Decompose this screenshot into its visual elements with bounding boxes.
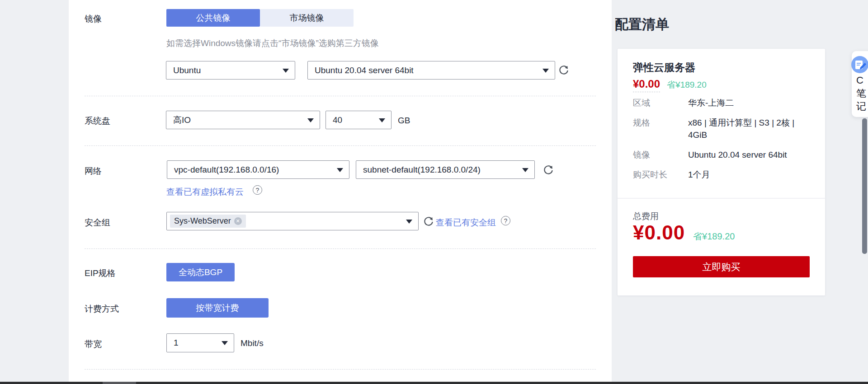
eip-type-option-button[interactable]: 全动态BGP (166, 263, 235, 281)
detail-label: 区域 (633, 97, 688, 109)
vertical-scrollbar-thumb[interactable] (862, 118, 867, 254)
section-divider (85, 96, 596, 96)
os-select-value: Ubuntu (173, 66, 201, 75)
total-savings: 省¥189.20 (693, 230, 735, 243)
vpc-select[interactable]: vpc-default(192.168.0.0/16) (167, 160, 349, 179)
summary-title: 配置清单 (615, 15, 669, 34)
billing-mode-option-button[interactable]: 按带宽计费 (166, 298, 269, 318)
security-group-tag-label: Sys-WebServer (174, 216, 231, 226)
detail-label: 购买时长 (633, 169, 688, 181)
disk-size-value: 40 (333, 115, 342, 125)
side-widget-text: 笔 (856, 87, 868, 100)
bandwidth-size-select[interactable]: 1 (166, 333, 234, 352)
total-fee-row: ¥0.00 省¥189.20 (633, 221, 735, 244)
chevron-down-icon (406, 220, 412, 224)
horizontal-scrollbar-thumb[interactable] (103, 382, 136, 384)
image-row-label: 镜像 (85, 13, 102, 25)
view-vpc-link[interactable]: 查看已有虚拟私有云 (166, 186, 244, 198)
product-price-row: ¥0.00 省¥189.20 (633, 78, 707, 92)
os-select[interactable]: Ubuntu (166, 61, 295, 80)
product-name: 弹性云服务器 (633, 61, 695, 75)
refresh-security-group-icon[interactable] (423, 216, 434, 227)
detail-row-image: 镜像 Ubuntu 20.04 server 64bit (633, 149, 808, 161)
image-version-value: Ubuntu 20.04 server 64bit (315, 66, 414, 75)
question-glyph: ? (256, 187, 259, 194)
disk-type-select[interactable]: 高IO (166, 111, 320, 129)
total-price: ¥0.00 (633, 221, 685, 244)
remove-tag-icon[interactable]: ✕ (234, 217, 242, 225)
product-price: ¥0.00 (633, 78, 660, 92)
network-row-label: 网络 (85, 165, 102, 177)
chevron-down-icon (522, 168, 528, 172)
tab-public-image[interactable]: 公共镜像 (166, 9, 260, 27)
summary-details: 区域 华东-上海二 规格 x86 | 通用计算型 | S3 | 2核 | 4Gi… (633, 97, 808, 188)
config-form-panel: 镜像 公共镜像 市场镜像 如需选择Windows镜像请点击“市场镜像”选购第三方… (69, 0, 612, 384)
detail-row-duration: 购买时长 1个月 (633, 169, 808, 181)
section-divider (85, 248, 596, 249)
chevron-down-icon (283, 69, 289, 73)
refresh-image-list-icon[interactable] (558, 65, 569, 76)
close-glyph: ✕ (236, 218, 240, 224)
detail-label: 规格 (633, 117, 688, 141)
security-group-help-icon[interactable]: ? (501, 216, 510, 225)
detail-row-flavor: 规格 x86 | 通用计算型 | S3 | 2核 | 4GiB (633, 117, 808, 141)
vpc-select-value: vpc-default(192.168.0.0/16) (174, 165, 279, 175)
section-divider (85, 145, 596, 146)
buy-now-button[interactable]: 立即购买 (633, 256, 810, 277)
product-savings: 省¥189.20 (667, 79, 707, 91)
image-version-select[interactable]: Ubuntu 20.04 server 64bit (307, 61, 555, 80)
side-widget-text: 记 (856, 100, 868, 113)
detail-value: 华东-上海二 (688, 97, 808, 109)
detail-value: Ubuntu 20.04 server 64bit (688, 149, 808, 161)
chevron-down-icon (542, 69, 549, 73)
chevron-down-icon (307, 118, 314, 122)
side-widget-text: C (856, 74, 868, 87)
card-divider (618, 198, 825, 199)
security-group-tag: Sys-WebServer ✕ (170, 215, 246, 228)
security-group-select[interactable]: Sys-WebServer ✕ (166, 212, 419, 230)
security-group-row-label: 安全组 (85, 217, 110, 229)
chevron-down-icon (337, 168, 343, 172)
view-security-groups-link[interactable]: 查看已有安全组 (436, 217, 496, 229)
detail-row-region: 区域 华东-上海二 (633, 97, 808, 109)
bandwidth-size-value: 1 (174, 338, 179, 348)
disk-type-value: 高IO (173, 114, 191, 126)
disk-size-unit: GB (398, 116, 410, 126)
total-fee-label: 总费用 (633, 211, 659, 222)
question-glyph: ? (504, 217, 508, 225)
horizontal-scrollbar-track[interactable] (0, 382, 868, 384)
subnet-select-value: subnet-default(192.168.0.0/24) (363, 165, 481, 175)
detail-label: 镜像 (633, 149, 688, 161)
subnet-select[interactable]: subnet-default(192.168.0.0/24) (356, 160, 535, 179)
image-hint-text: 如需选择Windows镜像请点击“市场镜像”选购第三方镜像 (166, 37, 379, 49)
chevron-down-icon (379, 118, 385, 122)
disk-row-label: 系统盘 (85, 115, 110, 127)
section-divider (85, 369, 596, 370)
chevron-down-icon (222, 341, 228, 345)
eip-row-label: EIP规格 (85, 267, 116, 279)
image-source-tabs: 公共镜像 市场镜像 (166, 9, 354, 27)
vpc-help-icon[interactable]: ? (253, 185, 262, 195)
detail-value: 1个月 (688, 169, 808, 181)
ecs-purchase-page: 镜像 公共镜像 市场镜像 如需选择Windows镜像请点击“市场镜像”选购第三方… (0, 0, 868, 384)
bandwidth-unit: Mbit/s (241, 338, 264, 348)
summary-card: 弹性云服务器 ¥0.00 省¥189.20 区域 华东-上海二 规格 x86 |… (618, 49, 825, 295)
disk-size-select[interactable]: 40 (326, 111, 392, 129)
billing-row-label: 计费方式 (85, 303, 119, 315)
note-pen-icon (851, 56, 868, 74)
bandwidth-row-label: 带宽 (85, 338, 102, 350)
detail-value: x86 | 通用计算型 | S3 | 2核 | 4GiB (688, 117, 808, 141)
refresh-network-icon[interactable] (543, 165, 554, 176)
notes-side-widget[interactable]: C 笔 记 (852, 51, 868, 117)
tab-marketplace-image[interactable]: 市场镜像 (260, 9, 354, 27)
